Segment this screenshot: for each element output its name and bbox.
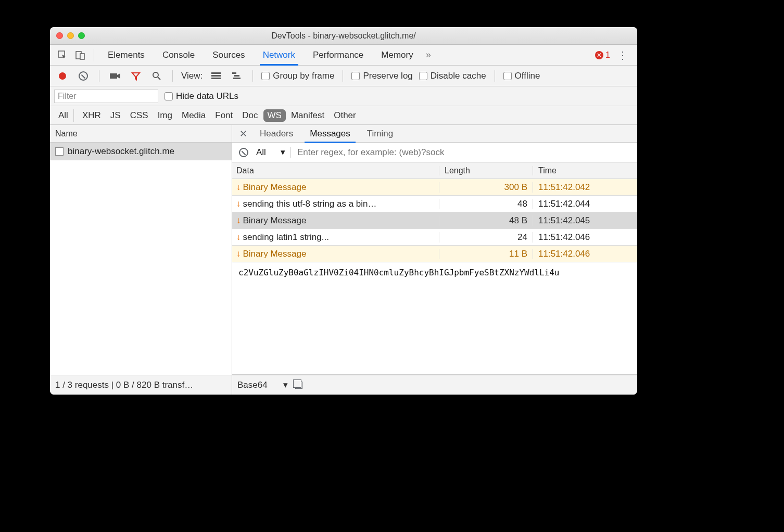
message-length: 48 B <box>439 216 533 226</box>
chevron-down-icon: ▾ <box>281 147 285 158</box>
message-length: 48 <box>439 199 533 209</box>
settings-menu-icon[interactable]: ⋮ <box>617 49 628 61</box>
svg-rect-2 <box>80 54 84 59</box>
message-text: Binary Message <box>243 216 307 226</box>
preserve-log-checkbox[interactable]: Preserve log <box>351 71 412 81</box>
type-filter-other[interactable]: Other <box>330 109 360 122</box>
message-type-select[interactable]: All ▾ <box>256 147 291 158</box>
type-filter-media[interactable]: Media <box>178 109 210 122</box>
svg-rect-7 <box>211 75 221 77</box>
close-detail-icon[interactable]: ✕ <box>236 128 250 140</box>
encoding-select[interactable]: Base64 ▾ <box>237 379 288 390</box>
clear-button[interactable] <box>76 69 91 83</box>
divider <box>94 49 94 61</box>
zoom-window-button[interactable] <box>78 32 85 39</box>
clear-messages-button[interactable] <box>236 145 251 160</box>
panel-tab-console[interactable]: Console <box>155 45 202 66</box>
traffic-lights <box>56 32 85 39</box>
type-filter-js[interactable]: JS <box>106 109 125 122</box>
panel-tab-performance[interactable]: Performance <box>306 45 371 66</box>
overview-icon[interactable] <box>230 69 244 83</box>
incoming-arrow-icon: ↓ <box>236 182 241 193</box>
message-row[interactable]: ↓Binary Message48 B11:51:42.045 <box>232 212 637 229</box>
panel-tab-sources[interactable]: Sources <box>205 45 252 66</box>
svg-rect-3 <box>110 73 117 79</box>
record-button[interactable] <box>55 69 70 83</box>
request-list: Name binary-websocket.glitch.me <box>50 125 232 375</box>
message-row[interactable]: ↓sending latin1 string...2411:51:42.046 <box>232 229 637 246</box>
group-by-frame-checkbox[interactable]: Group by frame <box>261 71 334 81</box>
svg-rect-6 <box>211 72 221 74</box>
col-time[interactable]: Time <box>533 166 637 175</box>
copy-icon <box>295 382 302 389</box>
message-time: 11:51:42.046 <box>533 249 637 259</box>
hide-data-urls-checkbox[interactable]: Hide data URLs <box>165 91 238 102</box>
message-length: 24 <box>439 232 533 243</box>
search-icon[interactable] <box>149 69 164 83</box>
message-text: sending latin1 string... <box>243 232 329 243</box>
panel-tabs: ElementsConsoleSourcesNetworkPerformance… <box>50 45 637 66</box>
large-rows-icon[interactable] <box>209 69 223 83</box>
message-time: 11:51:42.042 <box>533 182 637 193</box>
request-list-header[interactable]: Name <box>50 125 232 143</box>
panel-tab-network[interactable]: Network <box>256 45 302 66</box>
type-filter-font[interactable]: Font <box>211 109 237 122</box>
message-row[interactable]: ↓sending this utf-8 string as a bin…4811… <box>232 196 637 212</box>
minimize-window-button[interactable] <box>67 32 74 39</box>
message-row[interactable]: ↓Binary Message11 B11:51:42.046 <box>232 246 637 262</box>
svg-rect-10 <box>234 75 239 77</box>
type-filter-row: AllXHRJSCSSImgMediaFontDocWSManifestOthe… <box>50 106 637 125</box>
disable-cache-checkbox[interactable]: Disable cache <box>419 71 486 81</box>
error-indicator[interactable]: ✕ 1 <box>595 50 610 60</box>
status-bar: 1 / 3 requests | 0 B / 820 B transf… Bas… <box>50 375 637 395</box>
request-summary: 1 / 3 requests | 0 B / 820 B transf… <box>50 375 232 395</box>
svg-rect-11 <box>233 78 241 79</box>
message-row[interactable]: ↓Binary Message300 B11:51:42.042 <box>232 179 637 196</box>
svg-line-5 <box>158 77 160 80</box>
type-filter-doc[interactable]: Doc <box>238 109 262 122</box>
type-filter-ws[interactable]: WS <box>263 109 286 122</box>
message-time: 11:51:42.046 <box>533 232 637 243</box>
incoming-arrow-icon: ↓ <box>236 216 241 226</box>
filter-input[interactable]: Filter <box>54 90 158 103</box>
request-row[interactable]: binary-websocket.glitch.me <box>50 143 232 160</box>
type-filter-css[interactable]: CSS <box>126 109 153 122</box>
type-filter-xhr[interactable]: XHR <box>78 109 105 122</box>
device-toolbar-icon[interactable] <box>73 48 87 62</box>
col-length[interactable]: Length <box>439 166 533 175</box>
detail-tab-headers[interactable]: Headers <box>252 125 300 143</box>
error-count: 1 <box>605 50 610 60</box>
panel-tab-elements[interactable]: Elements <box>100 45 152 66</box>
message-time: 11:51:42.045 <box>533 216 637 226</box>
offline-checkbox[interactable]: Offline <box>503 71 540 81</box>
clear-icon <box>79 71 88 81</box>
messages-table: Data Length Time ↓Binary Message300 B11:… <box>232 162 637 262</box>
copy-button[interactable] <box>295 382 302 389</box>
svg-point-4 <box>153 72 158 78</box>
svg-rect-9 <box>232 72 236 74</box>
message-payload[interactable]: c2VuZGluZyB0aGlzIHV0Zi04IHN0cmluZyBhcyBh… <box>232 262 637 375</box>
type-filter-img[interactable]: Img <box>154 109 176 122</box>
capture-screenshots-icon[interactable] <box>108 69 122 83</box>
panel-tab-memory[interactable]: Memory <box>374 45 420 66</box>
request-detail: ✕ HeadersMessagesTiming All ▾ Data Lengt… <box>232 125 637 375</box>
col-data[interactable]: Data <box>232 166 439 175</box>
incoming-arrow-icon: ↓ <box>236 199 241 209</box>
incoming-arrow-icon: ↓ <box>236 232 241 243</box>
inspect-element-icon[interactable] <box>55 48 70 62</box>
filter-toggle-icon[interactable] <box>129 69 143 83</box>
error-icon: ✕ <box>595 51 603 59</box>
view-label: View: <box>181 71 203 81</box>
message-text: Binary Message <box>243 249 307 259</box>
message-time: 11:51:42.044 <box>533 199 637 209</box>
more-tabs-icon[interactable]: » <box>426 49 431 60</box>
detail-tab-messages[interactable]: Messages <box>302 125 357 143</box>
close-window-button[interactable] <box>56 32 63 39</box>
message-regex-input[interactable] <box>296 147 633 158</box>
filter-row: Filter Hide data URLs <box>50 86 637 106</box>
detail-tab-timing[interactable]: Timing <box>360 125 400 143</box>
message-text: Binary Message <box>243 182 307 193</box>
type-filter-all[interactable]: All <box>54 109 74 122</box>
clear-icon <box>239 148 248 157</box>
type-filter-manifest[interactable]: Manifest <box>287 109 328 122</box>
